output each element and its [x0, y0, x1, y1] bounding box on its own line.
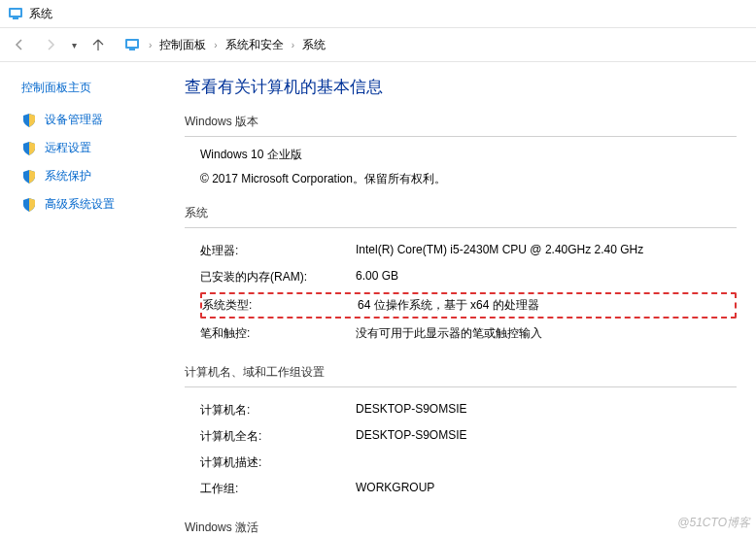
svg-rect-4: [127, 41, 137, 47]
window-title: 系统: [29, 6, 52, 22]
chevron-icon: ›: [292, 40, 294, 50]
control-panel-home-link[interactable]: 控制面板主页: [21, 80, 91, 96]
sidebar-item-label: 远程设置: [45, 140, 91, 156]
info-row-workgroup: 工作组: WORKGROUP: [200, 476, 737, 502]
svg-rect-1: [11, 10, 20, 16]
info-row-processor: 处理器: Intel(R) Core(TM) i5-2430M CPU @ 2.…: [200, 238, 737, 264]
titlebar: 系统: [0, 0, 756, 27]
info-row-description: 计算机描述:: [200, 450, 737, 476]
section-header-edition: Windows 版本: [185, 114, 737, 137]
main-panel: 查看有关计算机的基本信息 Windows 版本 Windows 10 企业版 ©…: [185, 62, 756, 537]
breadcrumb-item[interactable]: 控制面板: [159, 37, 206, 53]
sidebar-item-label: 高级系统设置: [45, 196, 115, 213]
windows-copyright: © 2017 Microsoft Corporation。保留所有权利。: [200, 171, 737, 187]
windows-edition: Windows 10 企业版: [200, 147, 737, 163]
computer-icon: [123, 36, 141, 53]
shield-icon: [21, 197, 37, 213]
info-label: 笔和触控:: [200, 325, 356, 342]
back-button[interactable]: [6, 31, 33, 58]
info-label: 系统类型:: [202, 297, 358, 314]
sidebar-item-remote-settings[interactable]: 远程设置: [21, 140, 173, 156]
info-row-full-name: 计算机全名: DESKTOP-S9OMSIE: [200, 423, 737, 450]
system-icon: [8, 6, 23, 21]
sidebar-item-device-manager[interactable]: 设备管理器: [21, 112, 173, 128]
breadcrumb-item[interactable]: 系统: [302, 37, 326, 53]
info-value: 6.00 GB: [356, 269, 737, 285]
info-label: 工作组:: [200, 481, 356, 497]
section-header-computer: 计算机名、域和工作组设置: [185, 364, 737, 387]
section-body-system: 处理器: Intel(R) Core(TM) i5-2430M CPU @ 2.…: [185, 238, 737, 347]
sidebar-item-system-protection[interactable]: 系统保护: [21, 168, 173, 185]
forward-button[interactable]: [37, 31, 64, 58]
info-label: 计算机全名:: [200, 428, 356, 445]
svg-rect-5: [129, 49, 135, 50]
chevron-icon: ›: [214, 40, 217, 50]
section-header-activation: Windows 激活: [185, 520, 737, 537]
shield-icon: [21, 141, 37, 156]
chevron-icon: ›: [149, 40, 152, 50]
info-label: 已安装的内存(RAM):: [200, 269, 356, 285]
section-body-computer: 计算机名: DESKTOP-S9OMSIE 计算机全名: DESKTOP-S9O…: [185, 397, 737, 502]
info-value: 64 位操作系统，基于 x64 的处理器: [358, 297, 735, 314]
breadcrumb-item[interactable]: 系统和安全: [225, 37, 284, 53]
svg-rect-2: [13, 17, 18, 19]
page-title: 查看有关计算机的基本信息: [185, 76, 737, 98]
section-body-edition: Windows 10 企业版 © 2017 Microsoft Corporat…: [185, 147, 737, 187]
navbar: ▾ › 控制面板 › 系统和安全 › 系统: [0, 27, 756, 62]
sidebar: 控制面板主页 设备管理器 远程设置 系统保护 高级系统设置: [0, 62, 185, 537]
up-button[interactable]: [85, 31, 112, 58]
info-value: WORKGROUP: [356, 481, 737, 497]
info-label: 计算机名:: [200, 402, 356, 419]
shield-icon: [21, 113, 37, 128]
info-value: Intel(R) Core(TM) i5-2430M CPU @ 2.40GHz…: [356, 243, 737, 259]
history-dropdown[interactable]: ▾: [68, 40, 81, 50]
address-bar[interactable]: › 控制面板 › 系统和安全 › 系统: [123, 36, 326, 53]
info-value: 没有可用于此显示器的笔或触控输入: [356, 325, 737, 342]
sidebar-item-advanced-settings[interactable]: 高级系统设置: [21, 196, 173, 213]
info-label: 计算机描述:: [200, 454, 356, 471]
info-value: DESKTOP-S9OMSIE: [356, 428, 737, 445]
sidebar-item-label: 设备管理器: [45, 112, 103, 128]
section-header-system: 系统: [185, 205, 737, 228]
info-value: [356, 454, 737, 471]
sidebar-item-label: 系统保护: [45, 168, 91, 185]
info-row-computer-name: 计算机名: DESKTOP-S9OMSIE: [200, 397, 737, 423]
info-label: 处理器:: [200, 243, 356, 259]
content: 控制面板主页 设备管理器 远程设置 系统保护 高级系统设置: [0, 62, 756, 537]
info-row-pen-touch: 笔和触控: 没有可用于此显示器的笔或触控输入: [200, 320, 737, 347]
info-value: DESKTOP-S9OMSIE: [356, 402, 737, 419]
info-row-ram: 已安装的内存(RAM): 6.00 GB: [200, 264, 737, 290]
info-row-system-type: 系统类型: 64 位操作系统，基于 x64 的处理器: [200, 292, 737, 319]
shield-icon: [21, 169, 37, 185]
